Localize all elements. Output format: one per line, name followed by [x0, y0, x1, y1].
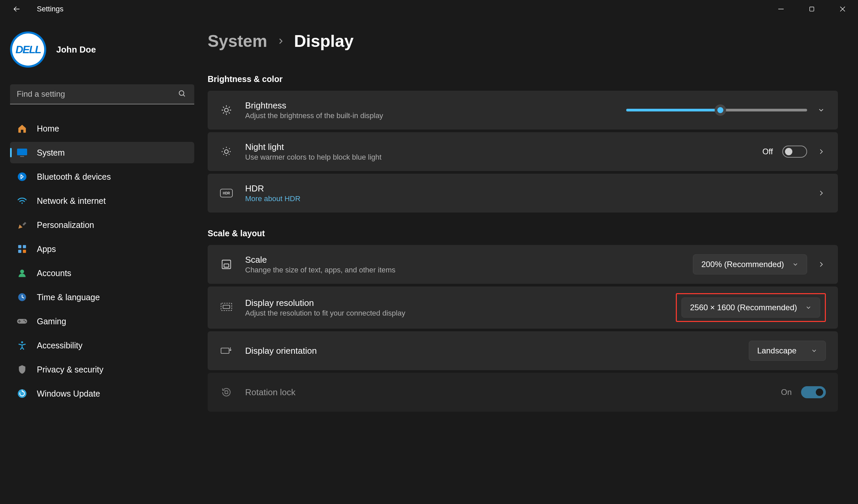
nav-home[interactable]: Home: [10, 118, 194, 139]
avatar-text: DELL: [15, 44, 41, 56]
resolution-icon: [220, 301, 233, 314]
nav-personalization[interactable]: Personalization: [10, 214, 194, 235]
chevron-right-icon: [276, 34, 285, 48]
card-resolution[interactable]: Display resolution Adjust the resolution…: [208, 287, 838, 329]
svg-point-8: [18, 172, 27, 181]
orientation-dropdown[interactable]: Landscape: [749, 341, 826, 361]
nav-label: Home: [37, 124, 59, 133]
network-icon: [17, 195, 28, 206]
nav-gaming[interactable]: Gaming: [10, 311, 194, 332]
nav: Home System Bluetooth & devices Network …: [10, 118, 194, 404]
svg-point-4: [179, 91, 184, 95]
search-input[interactable]: [10, 84, 194, 104]
gaming-icon: [17, 316, 28, 327]
section-brightness-color: Brightness & color Brightness Adjust the…: [208, 74, 838, 212]
nav-apps[interactable]: Apps: [10, 238, 194, 260]
svg-rect-7: [20, 156, 24, 157]
card-title: Display resolution: [245, 298, 664, 308]
search-wrap: [10, 84, 194, 104]
minimize-button[interactable]: [766, 0, 796, 18]
maximize-button[interactable]: [796, 0, 827, 18]
rotation-lock-toggle: [801, 386, 826, 398]
nightlight-icon: [220, 145, 233, 158]
toggle-label: Off: [762, 147, 773, 156]
scale-dropdown[interactable]: 200% (Recommended): [693, 254, 807, 274]
card-title: Night light: [245, 142, 750, 152]
accessibility-icon: [17, 340, 28, 351]
card-nightlight[interactable]: Night light Use warmer colors to help bl…: [208, 132, 838, 171]
card-subtitle: Change the size of text, apps, and other…: [245, 266, 681, 274]
svg-point-20: [224, 108, 228, 112]
nav-accessibility[interactable]: Accessibility: [10, 335, 194, 356]
nav-time[interactable]: Time & language: [10, 287, 194, 308]
nav-label: Personalization: [37, 220, 94, 230]
svg-rect-9: [18, 245, 21, 248]
nightlight-toggle[interactable]: [782, 146, 807, 158]
main: System Display Brightness & color Bright…: [204, 18, 858, 504]
svg-rect-12: [23, 250, 26, 253]
svg-text:HDR: HDR: [223, 192, 230, 195]
card-subtitle: Adjust the resolution to fit your connec…: [245, 309, 664, 318]
dropdown-value: Landscape: [757, 346, 796, 355]
svg-rect-10: [23, 245, 26, 248]
nav-update[interactable]: Windows Update: [10, 383, 194, 404]
sidebar: DELL John Doe Home System: [0, 18, 204, 504]
svg-line-5: [183, 95, 185, 96]
system-icon: [17, 147, 28, 158]
update-icon: [17, 388, 28, 399]
card-orientation[interactable]: Display orientation Landscape: [208, 331, 838, 370]
section-scale-layout: Scale & layout Scale Change the size of …: [208, 229, 838, 412]
nav-accounts[interactable]: Accounts: [10, 262, 194, 284]
apps-icon: [17, 244, 28, 254]
card-title: Display orientation: [245, 346, 737, 356]
svg-rect-28: [221, 348, 229, 353]
svg-point-13: [20, 270, 24, 274]
back-button[interactable]: [10, 2, 23, 16]
card-scale[interactable]: Scale Change the size of text, apps, and…: [208, 245, 838, 284]
orientation-icon: [220, 344, 233, 357]
nav-label: Apps: [37, 244, 56, 254]
nav-label: Gaming: [37, 316, 66, 326]
toggle-label: On: [781, 388, 792, 397]
personalization-icon: [17, 220, 28, 230]
card-rotation-lock: Rotation lock On: [208, 373, 838, 412]
nav-system[interactable]: System: [10, 142, 194, 163]
svg-rect-25: [224, 264, 229, 267]
chevron-right-icon[interactable]: [816, 260, 826, 269]
nav-label: Network & internet: [37, 196, 106, 206]
bluetooth-icon: [17, 172, 28, 182]
resolution-dropdown[interactable]: 2560 × 1600 (Recommended): [682, 297, 820, 318]
nav-label: System: [37, 148, 65, 158]
dropdown-value: 200% (Recommended): [701, 260, 784, 269]
hdr-link[interactable]: More about HDR: [245, 194, 805, 203]
close-button[interactable]: [827, 0, 858, 18]
card-brightness[interactable]: Brightness Adjust the brightness of the …: [208, 91, 838, 130]
nav-network[interactable]: Network & internet: [10, 190, 194, 212]
card-hdr[interactable]: HDR HDR More about HDR: [208, 174, 838, 212]
chevron-down-icon[interactable]: [816, 105, 826, 115]
nav-bluetooth[interactable]: Bluetooth & devices: [10, 166, 194, 188]
titlebar: Settings: [0, 0, 858, 18]
breadcrumb-parent[interactable]: System: [208, 31, 267, 51]
window-title: Settings: [37, 5, 64, 13]
user-profile[interactable]: DELL John Doe: [10, 31, 194, 68]
nav-label: Accessibility: [37, 341, 82, 351]
card-title: Scale: [245, 255, 681, 265]
username: John Doe: [56, 45, 96, 55]
nav-label: Bluetooth & devices: [37, 172, 111, 182]
svg-rect-29: [225, 391, 228, 394]
card-title: Rotation lock: [245, 387, 769, 397]
svg-rect-27: [223, 305, 230, 309]
nav-privacy[interactable]: Privacy & security: [10, 359, 194, 380]
avatar: DELL: [10, 31, 46, 68]
chevron-right-icon[interactable]: [816, 189, 826, 198]
nav-label: Time & language: [37, 292, 100, 302]
chevron-right-icon[interactable]: [816, 147, 826, 156]
svg-point-18: [21, 341, 23, 343]
nav-label: Privacy & security: [37, 365, 104, 374]
section-title: Scale & layout: [208, 229, 838, 238]
nav-label: Accounts: [37, 269, 72, 278]
card-subtitle: Use warmer colors to help block blue lig…: [245, 153, 750, 162]
scale-icon: [220, 258, 233, 271]
brightness-slider[interactable]: [626, 109, 807, 111]
